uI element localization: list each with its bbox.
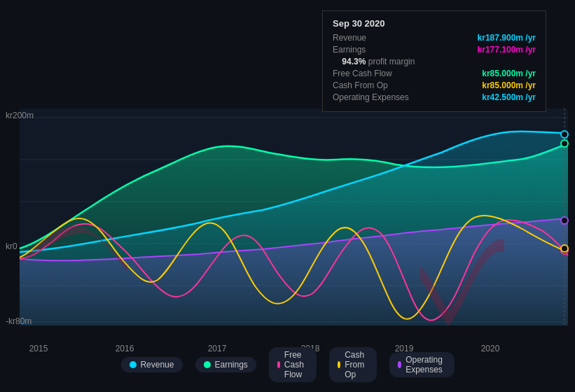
- y-label-neg80m: -kr80m: [6, 316, 32, 326]
- svg-point-8: [561, 131, 568, 138]
- legend-label-revenue: Revenue: [140, 360, 174, 370]
- legend-item-earnings[interactable]: Earnings: [195, 357, 256, 372]
- tooltip-label-opex: Operating Expenses: [333, 92, 409, 102]
- tooltip-row-earnings: Earnings kr177.100m /yr: [333, 45, 536, 55]
- svg-point-10: [561, 217, 568, 224]
- tooltip-value-fcf: kr85.000m /yr: [482, 69, 536, 78]
- legend-item-fcf[interactable]: Free Cash Flow: [269, 347, 317, 382]
- legend-dot-earnings: [203, 361, 210, 368]
- tooltip-profit-margin: 94.3% profit margin: [333, 57, 536, 66]
- legend-item-opex[interactable]: Operating Expenses: [389, 352, 455, 377]
- x-label-2020: 2020: [481, 344, 500, 354]
- legend-dot-revenue: [129, 361, 136, 368]
- tooltip-value-earnings: kr177.100m /yr: [478, 45, 536, 55]
- svg-point-9: [561, 140, 568, 147]
- tooltip-label-revenue: Revenue: [333, 33, 366, 43]
- svg-point-12: [561, 245, 568, 252]
- tooltip-row-cashfromop: Cash From Op kr85.000m /yr: [333, 80, 536, 90]
- y-label-0: kr0: [6, 241, 18, 251]
- tooltip-row-revenue: Revenue kr187.900m /yr: [333, 33, 536, 43]
- tooltip-label-earnings: Earnings: [333, 45, 366, 55]
- legend-dot-cashfromop: [338, 361, 340, 368]
- legend-label-cashfromop: Cash From Op: [345, 350, 368, 379]
- legend-item-cashfromop[interactable]: Cash From Op: [329, 347, 377, 382]
- legend-dot-fcf: [277, 361, 280, 368]
- chart-container: kr200m kr0 -kr80m 2015 2016 2017 2018 20…: [0, 0, 575, 392]
- tooltip-value-opex: kr42.500m /yr: [482, 92, 536, 102]
- y-label-200m: kr200m: [6, 111, 34, 120]
- tooltip-value-cashfromop: kr85.000m /yr: [482, 80, 536, 90]
- tooltip-date: Sep 30 2020: [333, 18, 536, 29]
- tooltip-value-revenue: kr187.900m /yr: [478, 33, 536, 43]
- legend-item-revenue[interactable]: Revenue: [120, 357, 182, 372]
- x-label-2015: 2015: [29, 344, 48, 354]
- tooltip-box: Sep 30 2020 Revenue kr187.900m /yr Earni…: [322, 10, 546, 112]
- legend-label-earnings: Earnings: [214, 360, 247, 370]
- tooltip-label-cashfromop: Cash From Op: [333, 80, 388, 90]
- tooltip-row-opex: Operating Expenses kr42.500m /yr: [333, 92, 536, 102]
- legend-dot-opex: [398, 361, 401, 368]
- legend-label-fcf: Free Cash Flow: [284, 350, 308, 379]
- tooltip-row-fcf: Free Cash Flow kr85.000m /yr: [333, 69, 536, 78]
- tooltip-label-fcf: Free Cash Flow: [333, 69, 392, 78]
- legend-label-opex: Operating Expenses: [406, 355, 445, 374]
- legend: Revenue Earnings Free Cash Flow Cash Fro…: [120, 347, 454, 382]
